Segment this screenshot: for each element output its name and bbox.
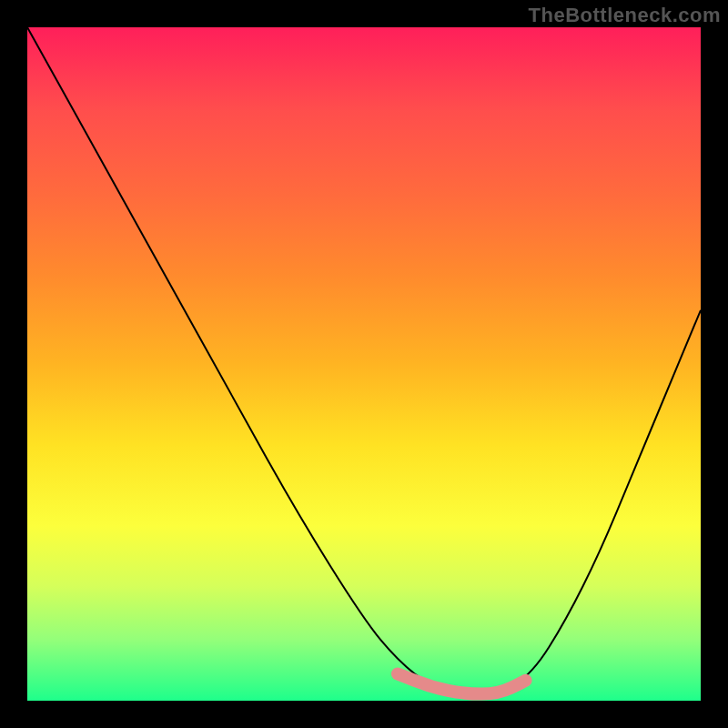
- chart-frame: TheBottleneck.com: [0, 0, 728, 728]
- watermark-link[interactable]: TheBottleneck.com: [529, 4, 721, 27]
- bottleneck-gradient-plot: [27, 27, 701, 701]
- bottleneck-curve: [27, 27, 701, 701]
